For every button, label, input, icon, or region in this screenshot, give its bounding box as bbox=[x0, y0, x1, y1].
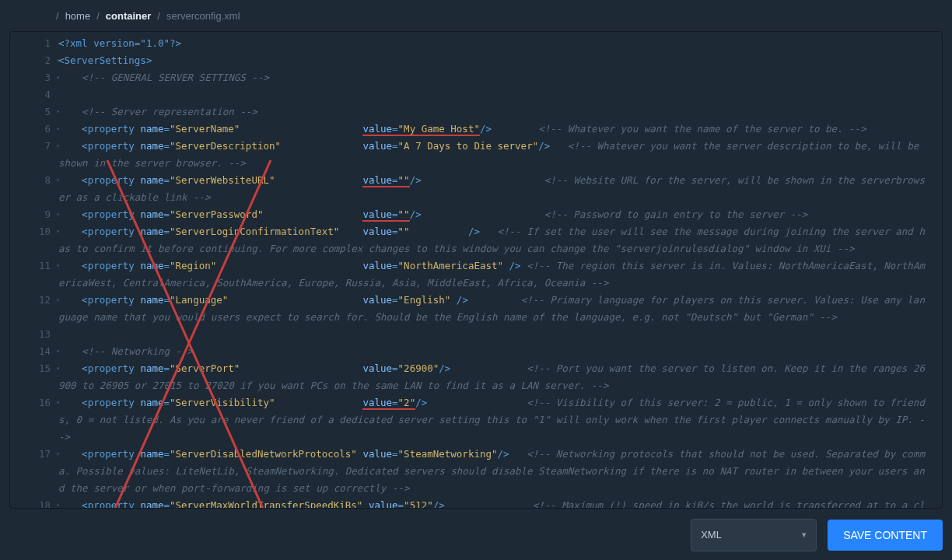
breadcrumb-separator: / bbox=[157, 10, 160, 22]
code-editor[interactable]: 1<?xml version="1.0"?> 2▾<ServerSettings… bbox=[9, 31, 943, 509]
breadcrumb-separator: / bbox=[96, 10, 100, 22]
comment: <!-- GENERAL SERVER SETTINGS --> bbox=[82, 72, 269, 83]
editor-footer: XML ▾ SAVE CONTENT bbox=[9, 509, 943, 560]
save-content-button[interactable]: SAVE CONTENT bbox=[828, 520, 943, 551]
syntax-select[interactable]: XML ▾ bbox=[691, 519, 817, 551]
crumb-home[interactable]: home bbox=[65, 10, 91, 22]
crumb-container[interactable]: container bbox=[106, 10, 152, 22]
crumb-file: serverconfig.xml bbox=[166, 10, 240, 22]
breadcrumb: / home / container / serverconfig.xml bbox=[9, 0, 943, 31]
xml-declaration: <?xml version="1.0"?> bbox=[58, 37, 181, 49]
chevron-down-icon: ▾ bbox=[802, 530, 807, 540]
syntax-select-value: XML bbox=[701, 529, 722, 541]
comment: <!-- Server representation --> bbox=[82, 106, 257, 117]
breadcrumb-separator: / bbox=[56, 10, 59, 22]
